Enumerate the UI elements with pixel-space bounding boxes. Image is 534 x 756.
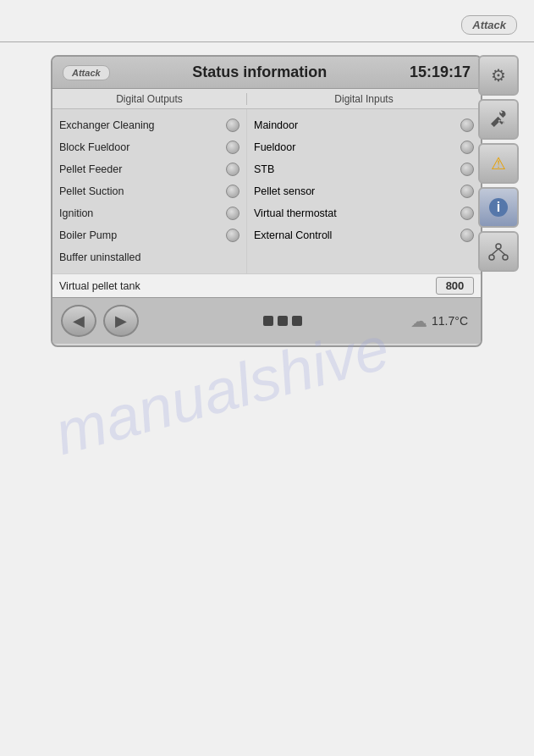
list-item: STB: [254, 158, 474, 180]
indicator-pellet-sensor: [460, 185, 474, 198]
list-item: Block Fueldoor: [59, 136, 239, 158]
left-column: Exchanger Cleaning Block Fueldoor Pellet…: [52, 109, 247, 273]
warning-icon: [491, 153, 506, 174]
screen-title: Status information: [192, 63, 327, 81]
network-icon: [487, 240, 509, 262]
list-item: External Controll: [254, 224, 474, 246]
alerts-button[interactable]: [478, 143, 519, 184]
nav-prev-button[interactable]: ◀: [61, 305, 96, 337]
screen-header: Attack Status information 15:19:17: [52, 57, 481, 89]
indicator-ignition: [226, 207, 239, 220]
data-rows: Exchanger Cleaning Block Fueldoor Pellet…: [52, 109, 481, 273]
virtual-pellet-tank-label: Virtual pellet tank: [59, 280, 436, 292]
info-button[interactable]: i: [478, 187, 519, 228]
page-dot-2: [278, 316, 288, 326]
main-screen: Attack Status information 15:19:17 Digit…: [51, 55, 482, 347]
screen-time: 15:19:17: [410, 63, 471, 81]
virtual-pellet-tank-row: Virtual pellet tank 800: [52, 273, 481, 297]
right-column: Maindoor Fueldoor STB Pellet sensor Virt…: [247, 109, 481, 273]
svg-line-4: [498, 249, 505, 255]
sidebar: i: [478, 55, 519, 272]
svg-point-2: [503, 255, 508, 260]
screen-brand: Attack: [63, 65, 110, 80]
svg-point-0: [496, 244, 501, 249]
list-item: Pellet Suction: [59, 180, 239, 202]
info-icon: i: [489, 198, 508, 217]
weather-icon: ☁: [410, 311, 427, 331]
list-item: Ignition: [59, 202, 239, 224]
wrench-icon: [488, 109, 509, 130]
virtual-pellet-tank-value: 800: [436, 277, 474, 295]
list-item: Buffer uninstalled: [59, 246, 239, 268]
indicator-maindoor: [460, 119, 474, 132]
indicator-fueldoor: [460, 141, 474, 154]
indicator-boiler-pump: [226, 229, 239, 242]
network-button[interactable]: [478, 231, 519, 272]
settings-button[interactable]: [478, 55, 519, 96]
list-item: Pellet Feeder: [59, 158, 239, 180]
list-item: Exchanger Cleaning: [59, 114, 239, 136]
page-dot-3: [292, 316, 302, 326]
weather-temperature: 11.7°C: [432, 314, 468, 328]
columns-header: Digital Outputs Digital Inputs: [52, 89, 481, 109]
page-dots: [154, 316, 410, 326]
page-dot-1: [263, 316, 273, 326]
list-item: Virtual thermostat: [254, 202, 474, 224]
list-item: Pellet sensor: [254, 180, 474, 202]
svg-line-3: [492, 249, 498, 255]
gear-icon: [491, 65, 506, 86]
brand-logo-top: Attack: [461, 15, 517, 35]
indicator-external-control: [460, 229, 474, 242]
col-header-right: Digital Inputs: [247, 93, 481, 105]
col-header-left: Digital Outputs: [52, 93, 247, 105]
list-item: Boiler Pump: [59, 224, 239, 246]
indicator-virtual-thermostat: [460, 207, 474, 220]
top-bar: Attack: [0, 8, 534, 42]
indicator-exchanger: [226, 119, 239, 132]
list-item: Maindoor: [254, 114, 474, 136]
indicator-stb: [460, 163, 474, 176]
nav-next-button[interactable]: ▶: [103, 305, 139, 337]
tools-button[interactable]: [478, 99, 519, 140]
list-item: Fueldoor: [254, 136, 474, 158]
weather-area: ☁ 11.7°C: [410, 311, 468, 331]
indicator-block-fueldoor: [226, 141, 239, 154]
screen-footer: ◀ ▶ ☁ 11.7°C: [52, 297, 481, 344]
indicator-pellet-suction: [226, 185, 239, 198]
svg-point-1: [489, 255, 494, 260]
indicator-pellet-feeder: [226, 163, 239, 176]
